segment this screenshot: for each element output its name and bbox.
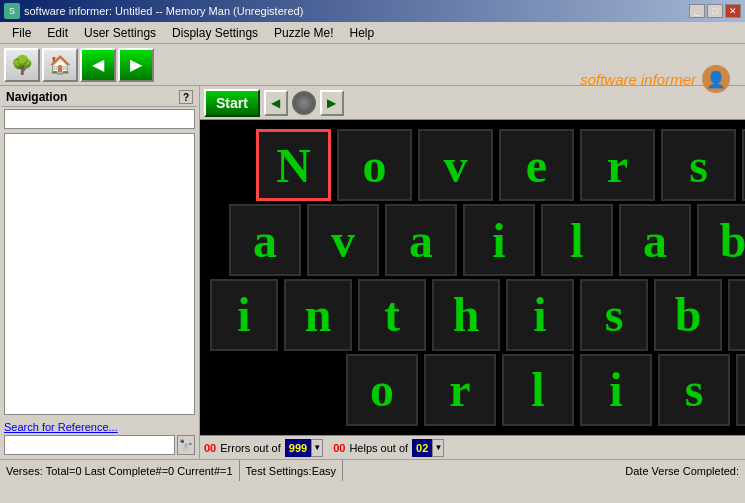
word-tile[interactable]: n <box>284 279 352 351</box>
home-toolbar-button[interactable]: 🏠 <box>42 48 78 82</box>
word-tile[interactable]: o <box>346 354 418 426</box>
menu-user-settings[interactable]: User Settings <box>76 24 164 42</box>
word-tile[interactable]: o <box>728 279 745 351</box>
word-tile[interactable]: l <box>502 354 574 426</box>
word-tile[interactable]: a <box>385 204 457 276</box>
menu-edit[interactable]: Edit <box>39 24 76 42</box>
word-row-3: i n t h i s b o o k <box>210 279 745 351</box>
word-tile[interactable]: h <box>432 279 500 351</box>
word-tile[interactable]: s <box>661 129 736 201</box>
start-button[interactable]: Start <box>204 89 260 117</box>
word-tile[interactable]: i <box>463 204 535 276</box>
menu-puzzle-me[interactable]: Puzzle Me! <box>266 24 341 42</box>
brand-area: software informer 👤 <box>580 65 730 93</box>
word-tile[interactable]: e <box>499 129 574 201</box>
sidebar: Navigation ? Search for Reference... 🔭 <box>0 86 200 459</box>
test-settings-label: Test Settings:Easy <box>246 465 337 477</box>
word-tile[interactable]: t <box>358 279 426 351</box>
helps-label: Helps out of <box>349 442 408 454</box>
word-display: N o v e r s e s a v a i l a b l e <box>200 120 745 435</box>
word-tile[interactable]: r <box>424 354 496 426</box>
toolbar: 🌳 🏠 ◀ ▶ software informer 👤 <box>0 44 745 86</box>
title-bar: S software informer: Untitled -- Memory … <box>0 0 745 22</box>
word-tile[interactable]: b <box>654 279 722 351</box>
main-content: Navigation ? Search for Reference... 🔭 S… <box>0 86 745 459</box>
word-tile[interactable]: s <box>580 279 648 351</box>
word-row-2: a v a i l a b l e <box>210 204 745 276</box>
back-toolbar-button[interactable]: ◀ <box>80 48 116 82</box>
helps-dropdown[interactable]: ▼ <box>432 439 444 457</box>
errors-max: 999 <box>285 442 311 454</box>
word-tile[interactable]: i <box>506 279 574 351</box>
total-label: Total=0 <box>46 465 82 477</box>
helps-count: 00 <box>333 442 345 454</box>
next-button[interactable]: ▶ <box>320 90 344 116</box>
word-tile[interactable]: s <box>658 354 730 426</box>
status-test-settings: Test Settings:Easy <box>240 460 344 481</box>
word-row-4: o r l i s t <box>210 354 745 426</box>
title-text: software informer: Untitled -- Memory Ma… <box>24 5 303 17</box>
home-icon: 🏠 <box>49 54 71 76</box>
word-tile[interactable]: a <box>229 204 301 276</box>
status-bar: Verses: Total=0 Last Complete#=0 Current… <box>0 459 745 481</box>
sidebar-bottom: Search for Reference... 🔭 <box>2 417 197 457</box>
stop-button[interactable] <box>292 91 316 115</box>
errors-count: 00 <box>204 442 216 454</box>
word-tile[interactable]: N <box>256 129 331 201</box>
status-verses: Verses: Total=0 Last Complete#=0 Current… <box>0 460 240 481</box>
menu-file[interactable]: File <box>4 24 39 42</box>
sidebar-help-button[interactable]: ? <box>179 90 193 104</box>
errors-label: Errors out of <box>220 442 281 454</box>
maximize-button[interactable]: □ <box>707 4 723 18</box>
word-tile[interactable]: v <box>307 204 379 276</box>
prev-button[interactable]: ◀ <box>264 90 288 116</box>
menu-display-settings[interactable]: Display Settings <box>164 24 266 42</box>
word-tile[interactable]: b <box>697 204 745 276</box>
app-icon: S <box>4 3 20 19</box>
sidebar-title: Navigation <box>6 90 67 104</box>
word-tile[interactable]: l <box>541 204 613 276</box>
minimize-button[interactable]: _ <box>689 4 705 18</box>
sidebar-tree <box>4 133 195 415</box>
brand-text: software informer <box>580 71 696 88</box>
word-tile[interactable]: v <box>418 129 493 201</box>
current-label: Current#=1 <box>177 465 232 477</box>
errors-dropdown[interactable]: ▼ <box>311 439 323 457</box>
word-row-1: N o v e r s e s <box>210 129 745 201</box>
forward-toolbar-button[interactable]: ▶ <box>118 48 154 82</box>
word-tile[interactable]: o <box>337 129 412 201</box>
error-bar: 00 Errors out of 999 ▼ 00 Helps out of 0… <box>200 435 745 459</box>
date-verse-label: Date Verse Completed: <box>625 465 739 477</box>
verses-label: Verses: <box>6 465 43 477</box>
word-tile[interactable]: i <box>210 279 278 351</box>
menu-bar: File Edit User Settings Display Settings… <box>0 22 745 44</box>
close-button[interactable]: ✕ <box>725 4 741 18</box>
right-panel: Start ◀ ▶ ▼ Easy <box>200 86 745 459</box>
sidebar-ref-input[interactable] <box>4 435 175 455</box>
search-reference-link[interactable]: Search for Reference... <box>4 421 195 433</box>
sidebar-search-box: 🔭 <box>4 435 195 455</box>
binoculars-icon: 🔭 <box>179 439 193 452</box>
tree-icon: 🌳 <box>11 54 33 76</box>
sidebar-header: Navigation ? <box>2 88 197 107</box>
helps-max: 02 <box>412 442 432 454</box>
forward-icon: ▶ <box>130 55 142 74</box>
next-icon: ▶ <box>327 96 336 110</box>
tree-toolbar-button[interactable]: 🌳 <box>4 48 40 82</box>
word-tile[interactable]: i <box>580 354 652 426</box>
sidebar-search-input[interactable] <box>4 109 195 129</box>
sidebar-search-button[interactable]: 🔭 <box>177 435 195 455</box>
prev-icon: ◀ <box>271 96 280 110</box>
word-tile[interactable]: a <box>619 204 691 276</box>
brand-avatar: 👤 <box>702 65 730 93</box>
back-icon: ◀ <box>92 55 104 74</box>
last-complete-label: Last Complete#=0 <box>85 465 175 477</box>
status-date: Date Verse Completed: <box>343 460 745 481</box>
menu-help[interactable]: Help <box>341 24 382 42</box>
word-tile[interactable]: r <box>580 129 655 201</box>
word-tile[interactable]: t <box>736 354 745 426</box>
